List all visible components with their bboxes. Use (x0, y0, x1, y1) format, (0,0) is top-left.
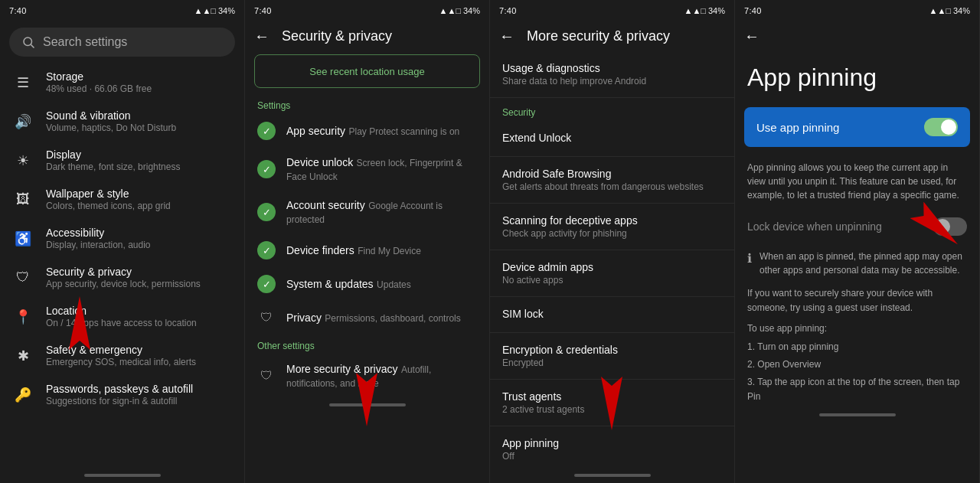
location-banner[interactable]: See recent location usage (254, 54, 480, 88)
security-icon: 🛡 (12, 267, 34, 289)
storage-icon: ☰ (12, 72, 34, 93)
app-pinning-title: App pinning (735, 51, 979, 101)
more-item-scanning[interactable]: Scanning for deceptive apps Check app ac… (490, 204, 734, 250)
security-item-device-finders[interactable]: ✓ Device finders Find My Device (245, 233, 489, 267)
encryption-subtitle: Encrypted (502, 357, 722, 368)
app-pinning-description: App pinning allows you to keep the curre… (735, 153, 979, 210)
bottom-bar-3 (574, 474, 651, 477)
instructions-title: To use app pinning: (735, 318, 979, 339)
settings-item-accessibility[interactable]: ♿ Accessibility Display, interaction, au… (0, 219, 244, 258)
svg-marker-2 (69, 296, 90, 350)
accessibility-icon: ♿ (12, 228, 34, 250)
back-button-3[interactable]: ← (499, 28, 514, 45)
safe-browsing-title: Android Safe Browsing (502, 168, 722, 180)
scanning-title: Scanning for deceptive apps (502, 214, 722, 227)
check-icon-system-updates: ✓ (257, 275, 276, 293)
bottom-bar-1 (84, 474, 161, 477)
passwords-icon: 🔑 (12, 384, 34, 406)
panel-main-settings: 7:40 ▲▲□ 34% Search settings ☰ Storage 4… (0, 0, 245, 483)
red-arrow-down-3 (601, 369, 622, 433)
red-arrow-up-1 (69, 296, 90, 361)
more-item-usage[interactable]: Usage & diagnostics Share data to help i… (490, 51, 734, 97)
app-pinning-nav-title: App pinning (502, 437, 722, 449)
panel-app-pinning: 7:40 ▲▲□ 34% ← App pinning Use app pinni… (735, 0, 980, 483)
search-bar[interactable]: Search settings (9, 28, 235, 57)
toggle-switch[interactable] (924, 118, 958, 136)
more-item-extend-unlock[interactable]: Extend Unlock (490, 121, 734, 156)
info-section: ℹ When an app is pinned, the pinned app … (747, 250, 967, 277)
panel-security-privacy: 7:40 ▲▲□ 34% ← Security & privacy See re… (245, 0, 490, 483)
toggle-label: Use app pinning (756, 121, 839, 134)
status-icons-3: ▲▲□ 34% (684, 6, 726, 15)
status-bar-1: 7:40 ▲▲□ 34% (0, 0, 244, 21)
panel-more-security: 7:40 ▲▲□ 34% ← More security & privacy U… (490, 0, 735, 483)
panel3-header: ← More security & privacy (490, 21, 734, 51)
svg-marker-3 (356, 373, 377, 426)
panel2-header: ← Security & privacy (245, 21, 489, 51)
wallpaper-subtitle: Colors, themed icons, app grid (46, 201, 171, 211)
safe-browsing-subtitle: Get alerts about threats from dangerous … (502, 181, 722, 192)
lock-label: Lock device when unpinning (747, 220, 882, 233)
bottom-bar-4 (819, 413, 896, 416)
sim-lock-title: SIM lock (502, 308, 722, 320)
app-pinning-nav-subtitle: Off (502, 451, 722, 462)
safety-icon: ✱ (12, 345, 34, 367)
status-bar-2: 7:40 ▲▲□ 34% (245, 0, 489, 21)
use-app-pinning-row[interactable]: Use app pinning (744, 107, 970, 147)
status-icons-4: ▲▲□ 34% (929, 6, 971, 15)
back-button-4[interactable]: ← (744, 28, 760, 45)
security-item-app-security[interactable]: ✓ App security Play Protect scanning is … (245, 114, 489, 148)
app-security-title: App security (286, 125, 345, 137)
check-icon-device-unlock: ✓ (257, 160, 276, 178)
settings-section-label: Settings (245, 94, 489, 114)
more-item-safe-browsing[interactable]: Android Safe Browsing Get alerts about t… (490, 157, 734, 203)
location-banner-text: See recent location usage (309, 66, 424, 77)
system-updates-subtitle: Updates (377, 279, 411, 290)
search-icon (21, 35, 35, 49)
back-button-2[interactable]: ← (254, 28, 270, 45)
encryption-title: Encryption & credentials (502, 344, 722, 356)
status-icons-2: ▲▲□ 34% (439, 6, 481, 15)
status-bar-3: 7:40 ▲▲□ 34% (490, 0, 734, 21)
security-subtitle: App security, device lock, permissions (46, 279, 201, 289)
usage-subtitle: Share data to help improve Android (502, 76, 722, 86)
instructions-text-1: If you want to securely share your devic… (735, 283, 979, 318)
settings-item-sound[interactable]: 🔊 Sound & vibration Volume, haptics, Do … (0, 102, 244, 141)
settings-item-safety[interactable]: ✱ Safety & emergency Emergency SOS, medi… (0, 336, 244, 375)
security-item-privacy[interactable]: 🛡 Privacy Permissions, dashboard, contro… (245, 301, 489, 335)
display-title: Display (46, 148, 180, 161)
system-updates-title: System & updates (286, 278, 374, 290)
device-admin-title: Device admin apps (502, 261, 722, 273)
panel3-title: More security & privacy (527, 28, 670, 44)
instruction-3: 3. Tap the app icon at the top of the sc… (735, 375, 979, 407)
settings-item-storage[interactable]: ☰ Storage 48% used · 66.06 GB free (0, 63, 244, 102)
settings-item-display[interactable]: ☀ Display Dark theme, font size, brightn… (0, 141, 244, 180)
svg-point-0 (24, 38, 32, 46)
other-settings-label: Other settings (245, 335, 489, 354)
more-item-device-admin[interactable]: Device admin apps No active apps (490, 250, 734, 296)
device-finders-subtitle: Find My Device (358, 246, 421, 256)
status-time-4: 7:40 (744, 6, 762, 15)
red-arrow-down-2 (356, 365, 377, 429)
security-item-account-security[interactable]: ✓ Account security Google Account is pro… (245, 191, 489, 233)
settings-item-location[interactable]: 📍 Location On / 14 apps have access to l… (0, 297, 244, 336)
storage-title: Storage (46, 70, 152, 83)
usage-title: Usage & diagnostics (502, 62, 722, 74)
settings-item-security[interactable]: 🛡 Security & privacy App security, devic… (0, 258, 244, 297)
security-item-device-unlock[interactable]: ✓ Device unlock Screen lock, Fingerprint… (245, 148, 489, 191)
settings-item-passwords[interactable]: 🔑 Passwords, passkeys & autofill Suggest… (0, 375, 244, 414)
more-item-sim-lock[interactable]: SIM lock (490, 297, 734, 332)
device-finders-title: Device finders (286, 244, 354, 256)
panel4-header: ← (735, 21, 979, 51)
extend-unlock-title: Extend Unlock (502, 132, 722, 144)
sound-title: Sound & vibration (46, 109, 176, 122)
display-subtitle: Dark theme, font size, brightness (46, 162, 180, 172)
check-icon-device-finders: ✓ (257, 241, 276, 259)
storage-subtitle: 48% used · 66.06 GB free (46, 83, 152, 94)
security-title: Security & privacy (46, 266, 201, 278)
security-item-system-updates[interactable]: ✓ System & updates Updates (245, 267, 489, 301)
settings-item-wallpaper[interactable]: 🖼 Wallpaper & style Colors, themed icons… (0, 180, 244, 219)
more-security-title: More security & privacy (286, 363, 397, 375)
passwords-subtitle: Suggestions for sign-in & autofill (46, 396, 193, 406)
device-unlock-title: Device unlock (286, 156, 353, 168)
